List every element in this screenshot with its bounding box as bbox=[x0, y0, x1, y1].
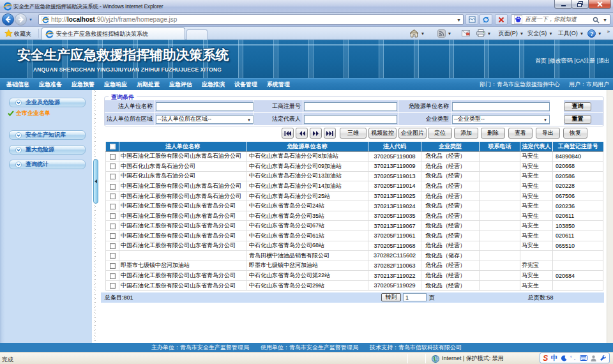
search-icon[interactable] bbox=[593, 17, 600, 24]
restore-button[interactable] bbox=[571, 0, 589, 9]
nav-item-6[interactable]: 应急评估 bbox=[169, 80, 202, 89]
nav-item-1[interactable]: 基础信息 bbox=[6, 80, 39, 89]
first-page-button[interactable] bbox=[282, 128, 294, 139]
select-all-checkbox[interactable] bbox=[110, 144, 116, 149]
print-button[interactable]: ▼ bbox=[476, 29, 496, 37]
moon-icon[interactable] bbox=[561, 355, 567, 361]
nav-item-2[interactable]: 应急准备 bbox=[39, 80, 72, 89]
row-checkbox[interactable] bbox=[110, 273, 116, 279]
top-links[interactable]: 首页 |修改密码 |CA注册 |退出 bbox=[535, 57, 610, 65]
search-dropdown-icon[interactable]: ▼ bbox=[603, 18, 607, 22]
scrollbar-strip[interactable] bbox=[607, 90, 613, 343]
print-dropdown-icon[interactable]: ▼ bbox=[487, 31, 491, 36]
row-checkbox[interactable] bbox=[110, 184, 116, 190]
sidebar-button-1[interactable]: 企业及危险源 bbox=[9, 98, 86, 107]
row-checkbox[interactable] bbox=[110, 204, 116, 209]
forward-button[interactable] bbox=[15, 13, 27, 26]
app-subtitle: ANQUAN SHENGCHAN YINGJIJIUYUAN ZHIHUI FU… bbox=[33, 66, 222, 73]
toolbar-button-9[interactable]: 恢复 bbox=[563, 128, 587, 139]
address-bar[interactable]: http://localhost:90/yjzh/frame/homepage.… bbox=[38, 14, 464, 25]
tab-separator bbox=[38, 29, 39, 38]
search-box[interactable]: 百度一下，你就知道 ▼ bbox=[511, 14, 610, 25]
hazard-name-input[interactable] bbox=[452, 102, 550, 111]
sidebar-button-2[interactable]: 安全生产知识库 bbox=[9, 130, 86, 140]
row-checkbox[interactable] bbox=[110, 224, 116, 229]
refresh-button[interactable] bbox=[480, 14, 492, 25]
help-menu[interactable]: ? ▼ bbox=[587, 29, 602, 38]
region-label: 法人单位所在区域 bbox=[105, 113, 155, 125]
row-checkbox[interactable] bbox=[110, 174, 116, 179]
cell: 即墨市七级镇中岔河加油站 bbox=[119, 261, 246, 271]
sidebar-button-3[interactable]: 重大危险源 bbox=[9, 145, 86, 155]
sidebar-button-4[interactable]: 查询统计 bbox=[9, 160, 86, 169]
region-select[interactable]: --法人单位所在区域--▼ bbox=[156, 115, 254, 124]
sidebar-splitter[interactable] bbox=[92, 90, 101, 343]
row-checkbox[interactable] bbox=[110, 253, 116, 259]
keyboard-icon[interactable] bbox=[580, 355, 587, 361]
corp-type-select[interactable]: --企业类型--▼ bbox=[452, 115, 550, 124]
command-overflow-icon[interactable]: » bbox=[607, 29, 609, 34]
sidebar-item-citywide-enterprise-list[interactable]: 全市企业名单 bbox=[8, 110, 50, 117]
wrench-icon[interactable] bbox=[600, 354, 607, 361]
next-page-button[interactable] bbox=[310, 128, 322, 139]
row-checkbox[interactable] bbox=[110, 154, 116, 160]
row-checkbox[interactable] bbox=[110, 283, 116, 289]
row-checkbox[interactable] bbox=[110, 193, 116, 199]
prev-page-button[interactable] bbox=[296, 128, 308, 139]
new-tab-button[interactable] bbox=[186, 29, 208, 40]
ime-mode-label[interactable]: 中 bbox=[551, 354, 558, 363]
row-checkbox[interactable] bbox=[110, 163, 116, 169]
history-dropdown-icon[interactable]: ▼ bbox=[29, 18, 33, 22]
nav-item-5[interactable]: 后期处置 bbox=[137, 80, 169, 89]
mail-button[interactable] bbox=[462, 30, 473, 36]
corp-name-input[interactable] bbox=[156, 102, 254, 111]
nav-item-8[interactable]: 设备管理 bbox=[234, 80, 267, 89]
last-page-button[interactable] bbox=[324, 128, 336, 139]
row-checkbox[interactable] bbox=[110, 263, 116, 269]
minimize-button[interactable] bbox=[554, 0, 572, 9]
page-footer: 主办单位：青岛市安全生产监督管理局 使用单位：青岛市安全生产监督管理局 技术支持… bbox=[0, 343, 613, 352]
toolbar-button-6[interactable]: 删除 bbox=[481, 128, 505, 139]
stop-button[interactable] bbox=[495, 14, 508, 25]
page-menu[interactable]: 页面(P)▼ bbox=[499, 29, 524, 38]
nav-item-9[interactable]: 系统管理 bbox=[267, 80, 299, 89]
nav-item-3[interactable]: 应急预警 bbox=[72, 80, 104, 89]
toolbar-button-2[interactable]: 视频监控 bbox=[368, 128, 397, 139]
row-checkbox[interactable] bbox=[110, 233, 116, 239]
toolbar-button-5[interactable]: 添加 bbox=[454, 128, 478, 139]
feeds-button[interactable]: ▼ bbox=[437, 29, 457, 38]
reset-button[interactable]: 重置 bbox=[564, 115, 591, 124]
back-button[interactable] bbox=[2, 13, 14, 26]
sidebar-collapse-handle[interactable] bbox=[93, 159, 98, 204]
row-checkbox[interactable] bbox=[110, 213, 116, 219]
favorites-button[interactable]: 收藏夹 bbox=[14, 30, 31, 38]
nav-item-7[interactable]: 应急推演 bbox=[202, 80, 234, 89]
column-header-7: 工商登记注册号 bbox=[553, 142, 603, 151]
close-button[interactable] bbox=[588, 0, 611, 9]
toolbar-button-8[interactable]: 导出 bbox=[536, 128, 560, 139]
search-button[interactable]: 查询 bbox=[564, 102, 591, 111]
toolbar-button-4[interactable]: 定位 bbox=[428, 128, 452, 139]
safety-menu[interactable]: 安全(S)▼ bbox=[527, 29, 552, 38]
nav-item-4[interactable]: 应急响应 bbox=[104, 80, 137, 89]
home-dropdown-icon[interactable]: ▼ bbox=[421, 31, 425, 36]
ime-toolbar[interactable]: S 中 °， bbox=[540, 353, 610, 363]
sogou-icon[interactable]: S bbox=[543, 354, 548, 363]
reg-no-input[interactable] bbox=[304, 102, 397, 111]
tools-menu[interactable]: 工具(O)▼ bbox=[558, 29, 584, 38]
punctuation-label[interactable]: °， bbox=[570, 354, 577, 361]
favorites-star-icon[interactable] bbox=[4, 29, 13, 37]
toolbar-button-7[interactable]: 查看 bbox=[508, 128, 533, 139]
user-icon[interactable] bbox=[591, 355, 596, 361]
compatibility-view-button[interactable] bbox=[465, 14, 478, 25]
toolbar-button-3[interactable]: 企业图片 bbox=[398, 128, 427, 139]
home-button[interactable]: ▼ bbox=[409, 29, 431, 38]
tab-active[interactable]: 安全生产应急救援指挥辅助决策系统 bbox=[42, 27, 185, 40]
page-number-input[interactable]: 1 bbox=[403, 293, 427, 301]
feeds-dropdown-icon[interactable]: ▼ bbox=[448, 31, 451, 36]
row-checkbox[interactable] bbox=[110, 243, 116, 249]
goto-page-button[interactable]: 转到 bbox=[381, 293, 401, 301]
toolbar-button-1[interactable]: 三维 bbox=[340, 128, 367, 139]
address-dropdown-icon[interactable]: ▼ bbox=[457, 18, 461, 22]
legal-rep-input[interactable] bbox=[304, 115, 397, 124]
